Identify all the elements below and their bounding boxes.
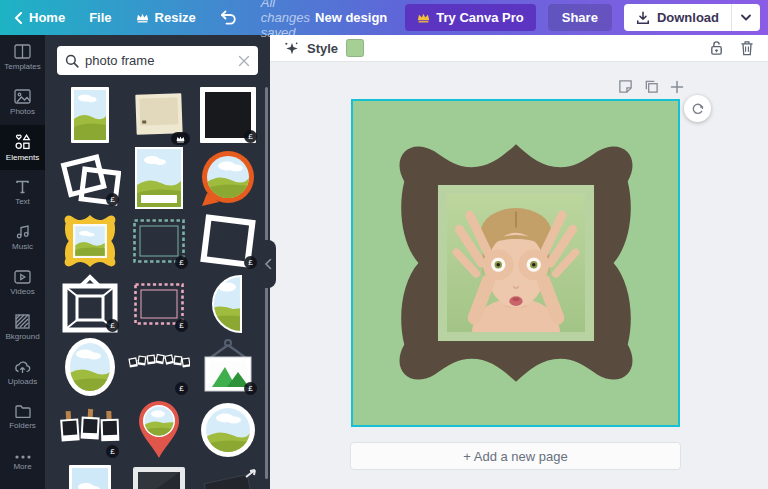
- sidebar-item-folders[interactable]: Folders: [0, 395, 45, 440]
- page-actions: [618, 79, 684, 94]
- result-portrait-cloud-frame[interactable]: [124, 146, 193, 209]
- duplicate-page-icon[interactable]: [644, 79, 659, 94]
- trash-icon[interactable]: [740, 40, 754, 56]
- add-new-page-button[interactable]: + Add a new page: [350, 442, 681, 470]
- search-icon: [65, 54, 79, 68]
- elements-icon: [14, 134, 31, 150]
- price-badge: £: [175, 256, 188, 269]
- autosave-status: All changes saved: [261, 0, 315, 40]
- style-sparkle-icon: [284, 41, 299, 56]
- crown-icon: [417, 12, 430, 23]
- new-design-button[interactable]: New design: [315, 10, 387, 25]
- premium-crown-badge: [171, 132, 190, 145]
- new-design-label: New design: [315, 10, 387, 25]
- panel-collapse-tab[interactable]: [260, 240, 276, 288]
- search-box[interactable]: [57, 46, 258, 75]
- sidebar-item-photos[interactable]: Photos: [0, 80, 45, 125]
- file-button[interactable]: File: [89, 10, 111, 25]
- price-badge: £: [106, 319, 119, 332]
- add-page-icon[interactable]: [670, 80, 684, 94]
- result-polaroid-garland[interactable]: £: [124, 335, 193, 398]
- result-oval-frame[interactable]: [55, 335, 124, 398]
- page-color-swatch[interactable]: [346, 39, 364, 57]
- download-options-caret[interactable]: [731, 4, 760, 31]
- sidebar-item-music[interactable]: Music: [0, 215, 45, 260]
- sidebar: Templates Photos Elements Text Music Vid…: [0, 35, 45, 489]
- price-badge: £: [244, 256, 257, 269]
- sidebar-item-bkground[interactable]: Bkground: [0, 305, 45, 350]
- result-half-circle-frame[interactable]: [193, 272, 262, 335]
- sidebar-item-templates[interactable]: Templates: [0, 35, 45, 80]
- canvas-workspace: + Add a new page: [270, 62, 768, 489]
- price-badge: £: [244, 130, 257, 143]
- sidebar-item-text[interactable]: Text: [0, 170, 45, 215]
- price-badge: £: [106, 445, 119, 458]
- file-label: File: [89, 10, 111, 25]
- design-page[interactable]: [351, 99, 680, 427]
- resize-button[interactable]: Resize: [136, 10, 196, 25]
- format-bar: Style: [270, 35, 768, 62]
- share-label: Share: [562, 10, 598, 25]
- result-white-circle-frame[interactable]: [193, 398, 262, 461]
- style-label[interactable]: Style: [307, 41, 338, 56]
- sidebar-item-elements[interactable]: Elements: [0, 125, 45, 170]
- home-button[interactable]: Home: [14, 10, 65, 25]
- price-badge: £: [175, 382, 188, 395]
- result-portrait-sky-frame[interactable]: [55, 461, 124, 489]
- rotate-icon: [691, 102, 705, 116]
- result-clothespin-polaroids[interactable]: £: [55, 398, 124, 461]
- price-badge: £: [106, 193, 119, 206]
- more-dots-icon: [15, 455, 31, 459]
- sidebar-item-uploads[interactable]: Uploads: [0, 350, 45, 395]
- background-icon: [15, 314, 30, 329]
- woman-photo: [447, 194, 585, 332]
- result-portrait-landscape-frame[interactable]: [55, 83, 124, 146]
- result-polaroid-frame[interactable]: [124, 83, 193, 146]
- chevron-left-icon: [264, 258, 272, 270]
- price-badge: £: [244, 382, 257, 395]
- crown-icon: [136, 12, 149, 23]
- download-button[interactable]: Download: [624, 4, 760, 31]
- result-dark-photo-frame[interactable]: [124, 461, 193, 489]
- resize-label: Resize: [155, 10, 196, 25]
- add-new-page-label: + Add a new page: [463, 449, 567, 464]
- download-icon: [636, 11, 650, 25]
- topbar: Home File Resize All changes saved New d…: [0, 0, 768, 35]
- rotate-button[interactable]: [684, 95, 711, 122]
- elements-search-panel: £ £ £ £ £: [45, 35, 270, 489]
- lock-icon[interactable]: [709, 40, 724, 56]
- result-orange-circle-frame[interactable]: [193, 146, 262, 209]
- result-stacked-polaroids-frame[interactable]: £: [55, 146, 124, 209]
- photos-icon: [14, 89, 31, 104]
- chevron-left-icon: [14, 12, 23, 24]
- videos-icon: [14, 270, 31, 284]
- result-tilted-dark-frame[interactable]: [193, 461, 262, 489]
- share-button[interactable]: Share: [548, 4, 612, 31]
- result-white-tilted-frame[interactable]: £: [193, 209, 262, 272]
- try-canva-pro-button[interactable]: Try Canva Pro: [405, 4, 535, 31]
- sidebar-item-more[interactable]: More: [0, 440, 45, 485]
- result-hanging-picture-frame[interactable]: £: [193, 335, 262, 398]
- result-teal-stamp-frame[interactable]: £: [124, 209, 193, 272]
- search-results-grid: £ £ £ £ £: [45, 81, 270, 489]
- search-input[interactable]: [85, 53, 232, 68]
- ornate-frame-element[interactable]: [383, 129, 649, 397]
- result-white-3d-frame[interactable]: £: [55, 272, 124, 335]
- sidebar-item-videos[interactable]: Videos: [0, 260, 45, 305]
- notes-icon[interactable]: [618, 79, 633, 94]
- clear-search-icon[interactable]: [238, 55, 250, 67]
- folder-icon: [15, 405, 31, 418]
- result-yellow-ornate-frame[interactable]: [55, 209, 124, 272]
- result-map-pin-frame[interactable]: [124, 398, 193, 461]
- text-icon: [15, 180, 30, 194]
- templates-icon: [14, 44, 31, 59]
- download-label: Download: [657, 10, 719, 25]
- undo-icon: [220, 10, 237, 25]
- home-label: Home: [29, 10, 65, 25]
- music-icon: [16, 224, 30, 239]
- upload-cloud-icon: [14, 360, 31, 374]
- undo-button[interactable]: [220, 10, 237, 25]
- result-black-frame[interactable]: £: [193, 83, 262, 146]
- try-canva-pro-label: Try Canva Pro: [436, 10, 523, 25]
- result-pink-stamp-frame[interactable]: £: [124, 272, 193, 335]
